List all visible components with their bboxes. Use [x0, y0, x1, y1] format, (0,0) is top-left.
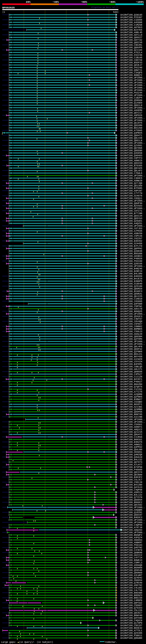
svg-text:UniRef100_Q08G56: UniRef100_Q08G56 — [121, 370, 142, 373]
svg-text:UniRef100_A7E2L4: UniRef100_A7E2L4 — [121, 52, 142, 54]
svg-text:UniRef100_UPI000..: UniRef100_UPI000.. — [121, 117, 145, 119]
svg-text:UniRef100_C0S6G5: UniRef100_C0S6G5 — [121, 300, 142, 303]
svg-text:UniRef100_C4QP69: UniRef100_C4QP69 — [121, 524, 142, 526]
svg-text:UniRef100_B5DFX3: UniRef100_B5DFX3 — [121, 62, 142, 64]
svg-text:UniRef100_Q6J0Y5: UniRef100_Q6J0Y5 — [121, 122, 142, 124]
svg-text:UniRef100_UPI000..: UniRef100_UPI000.. — [121, 313, 145, 315]
svg-text:UniRef100_UPI000..: UniRef100_UPI000.. — [121, 207, 145, 210]
svg-text:UniRef100_Q2GUD1: UniRef100_Q2GUD1 — [121, 220, 142, 222]
svg-text:UniRef100_UPI000..: UniRef100_UPI000.. — [121, 225, 145, 227]
svg-text:UniRef100_Q2FBK5: UniRef100_Q2FBK5 — [121, 396, 142, 398]
svg-text:UniRef100_UPI000..: UniRef100_UPI000.. — [121, 265, 145, 268]
svg-text:UniRef100_Q5DCH7: UniRef100_Q5DCH7 — [121, 514, 142, 516]
svg-text:UniRef100_B4KUT6: UniRef100_B4KUT6 — [121, 441, 142, 444]
svg-text:UniRef100_Q5DD54: UniRef100_Q5DD54 — [121, 499, 142, 501]
svg-text:UniRef100_A5K5I4: UniRef100_A5K5I4 — [121, 491, 142, 494]
svg-text:UniRef100_B4FKM1: UniRef100_B4FKM1 — [121, 363, 142, 366]
svg-text:UniRef100_Q9C4Z6: UniRef100_Q9C4Z6 — [121, 167, 142, 170]
svg-text:UniRef100_C4QXC0: UniRef100_C4QXC0 — [121, 619, 142, 622]
svg-text:UniRef100_Q7RS49: UniRef100_Q7RS49 — [121, 582, 142, 584]
svg-text:UniRef100_Q2V991: UniRef100_Q2V991 — [121, 144, 142, 147]
svg-text:~60%: ~60% — [81, 0, 87, 4]
svg-text:UniRef100_B4IZB0: UniRef100_B4IZB0 — [121, 484, 142, 486]
svg-text:UniRef100_C5XGU1: UniRef100_C5XGU1 — [121, 423, 142, 426]
svg-text:UniRef100_A7ATJ9: UniRef100_A7ATJ9 — [121, 526, 142, 529]
svg-text:UniRef100_A0AUJ0: UniRef100_A0AUJ0 — [121, 333, 142, 335]
svg-text:UniRef100_Q4N2Q8: UniRef100_Q4N2Q8 — [121, 454, 142, 456]
svg-text:UniRef100_B4KG59: UniRef100_B4KG59 — [121, 275, 142, 278]
svg-text:UniRef100_B4LSR9: UniRef100_B4LSR9 — [121, 272, 142, 275]
svg-text:UniRef100_A7LH77: UniRef100_A7LH77 — [121, 464, 142, 466]
svg-text:20%: 20% — [26, 0, 30, 4]
svg-text:UniRef100_B4JEI0: UniRef100_B4JEI0 — [121, 278, 142, 280]
svg-text:UniRef100_Q2F5M4: UniRef100_Q2F5M4 — [121, 338, 142, 340]
svg-text:Large gaps: ▲(in Query)/- (in: Large gaps: ▲(in Query)/- (in Subject) — [1, 641, 53, 644]
svg-text:UniRef100_Q25189: UniRef100_Q25189 — [121, 285, 142, 288]
svg-text:UniRef100_C5KVJ9: UniRef100_C5KVJ9 — [121, 481, 142, 484]
svg-text:UniRef100_UPI000..: UniRef100_UPI000.. — [121, 174, 145, 177]
svg-text:UniRef100_A9V1T8: UniRef100_A9V1T8 — [121, 308, 142, 310]
svg-text:UniRef100_B2BF24: UniRef100_B2BF24 — [121, 270, 142, 272]
svg-text:UniRef100_Q4PM32: UniRef100_Q4PM32 — [121, 446, 142, 448]
svg-text:UniRef100_B4E0C3: UniRef100_B4E0C3 — [121, 516, 142, 519]
svg-text:UniRef100_A3LWH7: UniRef100_A3LWH7 — [121, 574, 142, 576]
svg-text:UniRef100_C0NN62: UniRef100_C0NN62 — [121, 325, 142, 328]
svg-text:UniRef100_A5E792: UniRef100_A5E792 — [121, 584, 142, 587]
svg-text:UniRef100_A7PH35: UniRef100_A7PH35 — [121, 230, 142, 232]
svg-text:UniRef100_UPI000..: UniRef100_UPI000.. — [121, 79, 145, 82]
svg-text:UniRef100_O24076: UniRef100_O24076 — [121, 195, 142, 197]
svg-text:UniRef100_B4LCS2: UniRef100_B4LCS2 — [121, 458, 142, 461]
svg-text:UniRef100_UPI000..: UniRef100_UPI000.. — [121, 89, 145, 92]
svg-text:UniRef100_Q8IBA0: UniRef100_Q8IBA0 — [121, 474, 142, 476]
svg-text:UniRef100_P93340: UniRef100_P93340 — [121, 260, 142, 262]
svg-text:UniRef100_B7SP58: UniRef100_B7SP58 — [121, 466, 142, 468]
svg-text:UniRef100_Q65YU3: UniRef100_Q65YU3 — [121, 217, 142, 220]
svg-text:UniRef100_C5DGD7: UniRef100_C5DGD7 — [121, 604, 142, 607]
svg-text:UniRef100_B3N6P5: UniRef100_B3N6P5 — [121, 280, 142, 282]
svg-text:UniRef100_Q24D42: UniRef100_Q24D42 — [121, 576, 142, 579]
svg-text:UniRef100_UPI000..: UniRef100_UPI000.. — [121, 519, 145, 521]
svg-text:UniRef100_B8MBK5: UniRef100_B8MBK5 — [121, 328, 142, 330]
svg-text:UniRef100_C5YV24: UniRef100_C5YV24 — [121, 360, 142, 363]
svg-text:UniRef100_C6ZQW2: UniRef100_C6ZQW2 — [121, 401, 142, 403]
svg-text:UniRef100_Q9W7I1: UniRef100_Q9W7I1 — [121, 69, 142, 72]
svg-text:UniRef100_UPI000..: UniRef100_UPI000.. — [121, 86, 145, 89]
svg-text:UniRef100_A6ZIC2: UniRef100_A6ZIC2 — [121, 554, 142, 556]
svg-text:UniRef100_C1BZP4: UniRef100_C1BZP4 — [121, 97, 142, 99]
svg-text:UniRef100_A9TLL0: UniRef100_A9TLL0 — [121, 34, 142, 36]
svg-text:UniRef100_Q00X27: UniRef100_Q00X27 — [121, 36, 142, 39]
svg-text:UniRef100_A9BKM7: UniRef100_A9BKM7 — [121, 542, 142, 544]
svg-text:UniRef100_C4WT57: UniRef100_C4WT57 — [121, 318, 142, 320]
svg-text:UniRef100_C4YTI4: UniRef100_C4YTI4 — [121, 556, 142, 559]
svg-text:UniRef100_P69103: UniRef100_P69103 — [121, 544, 142, 546]
svg-text:UniRef100_Q4PBV5: UniRef100_Q4PBV5 — [121, 132, 142, 134]
svg-text:UniRef100_Q9SXR9: UniRef100_Q9SXR9 — [121, 124, 142, 127]
svg-text:UniRef100_C3KHC5: UniRef100_C3KHC5 — [121, 177, 142, 180]
svg-text:UniRef100_B8A2B4: UniRef100_B8A2B4 — [121, 383, 142, 386]
svg-text:UniRef100_Q8T6T3: UniRef100_Q8T6T3 — [121, 461, 142, 464]
svg-text:UniRef100_A9XEM9: UniRef100_A9XEM9 — [121, 109, 142, 112]
svg-text:UniRef100_B2CNY1: UniRef100_B2CNY1 — [121, 378, 142, 380]
svg-text:UniRef100_B0EAW0: UniRef100_B0EAW0 — [121, 592, 142, 594]
svg-text:UniRef100_B6K8C2: UniRef100_B6K8C2 — [121, 501, 142, 504]
svg-text:UniRef100_UPI000..: UniRef100_UPI000.. — [121, 421, 145, 423]
svg-text:UniRef100_C5GGJ3: UniRef100_C5GGJ3 — [121, 330, 142, 333]
svg-text:UniRef100_Q6C592: UniRef100_Q6C592 — [121, 504, 142, 506]
svg-text:UniRef100_Q8LAF2: UniRef100_Q8LAF2 — [121, 170, 142, 172]
svg-text:UniRef100_O42248: UniRef100_O42248 — [121, 54, 142, 56]
svg-text:UniRef100_Q6Y217: UniRef100_Q6Y217 — [121, 112, 142, 114]
svg-text:UniRef100_C5L225: UniRef100_C5L225 — [121, 609, 142, 612]
svg-text:UniRef100_O96654: UniRef100_O96654 — [121, 579, 142, 582]
svg-text:UniRef100_A7TZ75: UniRef100_A7TZ75 — [121, 391, 142, 393]
svg-text:UniRef100_C7EWL6: UniRef100_C7EWL6 — [121, 172, 142, 174]
svg-text:UniRef100_Q179P0: UniRef100_Q179P0 — [121, 622, 142, 624]
svg-text:UniRef100_C5PCX6: UniRef100_C5PCX6 — [121, 235, 142, 237]
svg-text:UniRef100_C9E2R1: UniRef100_C9E2R1 — [121, 44, 142, 46]
svg-text:UniRef100_P63244: UniRef100_P63244 — [121, 92, 142, 94]
svg-text:UniRef100_C4QP68: UniRef100_C4QP68 — [121, 489, 142, 491]
svg-text:UniRef100_Q6EEB0: UniRef100_Q6EEB0 — [121, 150, 142, 152]
svg-text:UniRef100_Q801L8: UniRef100_Q801L8 — [121, 139, 142, 142]
svg-text:UniRef100_B2VS63: UniRef100_B2VS63 — [121, 205, 142, 207]
svg-text:UniRef100_Q27JQ8: UniRef100_Q27JQ8 — [121, 182, 142, 184]
svg-text:UniRef100_UPI000..: UniRef100_UPI000.. — [121, 418, 145, 421]
